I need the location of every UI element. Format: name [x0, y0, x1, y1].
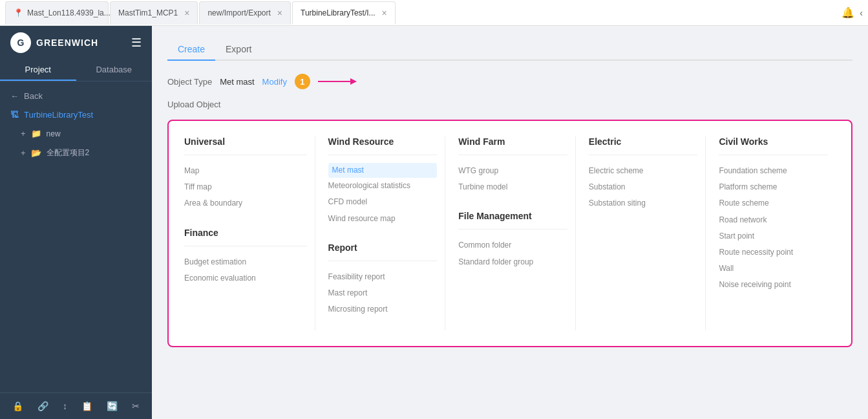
tab-close-button[interactable]: ×: [184, 8, 189, 18]
category-item-map[interactable]: Map: [184, 163, 307, 179]
category-item-foundation-scheme[interactable]: Foundation scheme: [719, 163, 828, 179]
category-item-substation-siting[interactable]: Substation siting: [589, 195, 698, 211]
category-item-micrositing[interactable]: Micrositing report: [328, 301, 438, 317]
divider: [328, 261, 438, 261]
category-title-finance: Finance: [184, 228, 307, 238]
divider: [719, 155, 828, 155]
category-item-standard-folder[interactable]: Standard folder group: [458, 254, 567, 270]
category-item-electric-scheme[interactable]: Electric scheme: [589, 163, 698, 179]
category-item-area-boundary[interactable]: Area & boundary: [184, 195, 307, 211]
category-item-cfd-model[interactable]: CFD model: [328, 194, 438, 210]
tab-bar: 📍 Mast_Lon118.4939_la... × MastTim1_MCP1…: [0, 0, 868, 26]
notification-bell-icon[interactable]: 🔔: [842, 6, 854, 19]
sort-icon[interactable]: ↕: [63, 401, 67, 411]
badge-area: 1: [295, 74, 357, 89]
category-item-feasibility[interactable]: Feasibility report: [328, 269, 438, 285]
refresh-icon[interactable]: 🔄: [107, 401, 118, 411]
tab-mast-lon[interactable]: 📍 Mast_Lon118.4939_la... ×: [5, 1, 109, 25]
category-report: Report Feasibility report Mast report Mi…: [328, 242, 438, 318]
sidebar-tab-list: Project Database: [0, 59, 152, 81]
category-wind-farm: Wind Farm WTG group Turbine model File M…: [445, 136, 575, 330]
tab-close-button[interactable]: ×: [382, 8, 387, 18]
sidebar-item-new[interactable]: + 📁 new: [0, 124, 152, 143]
tab-list: 📍 Mast_Lon118.4939_la... × MastTim1_MCP1…: [5, 1, 842, 25]
tab-turbine-library[interactable]: TurbineLibraryTest/I... ×: [292, 1, 396, 25]
page-tab-list: Create Export: [167, 39, 852, 61]
category-title-wind-farm: Wind Farm: [458, 136, 567, 147]
upload-label: Upload Object: [167, 100, 220, 109]
expand-icon: +: [21, 129, 26, 138]
sidebar-nav: ← Back 🏗 TurbineLibraryTest + 📁 new + 📂 …: [0, 81, 152, 392]
modify-link[interactable]: Modify: [262, 77, 287, 87]
category-file-management: File Management Common folder Standard f…: [458, 211, 567, 270]
tab-label: TurbineLibraryTest/I...: [301, 8, 376, 17]
category-civil-works: Civil Works Foundation scheme Platform s…: [705, 136, 836, 330]
tab-masttim[interactable]: MastTim1_MCP1 ×: [110, 1, 198, 25]
category-item-turbine-model[interactable]: Turbine model: [458, 179, 567, 195]
sidebar-item-qupeizhi[interactable]: + 📂 全配置项目2: [0, 143, 152, 163]
category-wind-resource: Wind Resource Met mast Meteorological st…: [315, 136, 445, 330]
category-item-wind-resource-map[interactable]: Wind resource map: [328, 211, 438, 227]
divider: [184, 246, 307, 246]
building-icon: 🏗: [10, 110, 19, 120]
back-arrow-icon: ←: [10, 91, 19, 101]
category-item-wall[interactable]: Wall: [719, 261, 828, 277]
main-layout: G GREENWICH ☰ Project Database ← Back 🏗 …: [0, 26, 868, 419]
divider: [328, 155, 438, 155]
category-item-economic[interactable]: Economic evaluation: [184, 270, 307, 286]
sidebar-item-label: new: [47, 129, 61, 138]
category-item-noise-receiving[interactable]: Noise receiving point: [719, 277, 828, 293]
page-tab-export[interactable]: Export: [215, 39, 262, 61]
category-item-route-scheme[interactable]: Route scheme: [719, 195, 828, 211]
category-item-met-mast[interactable]: Met mast: [328, 163, 438, 178]
tab-label: Mast_Lon118.4939_la...: [27, 8, 111, 17]
category-title-wind-resource: Wind Resource: [328, 136, 438, 147]
link-icon[interactable]: 🔗: [37, 401, 48, 411]
category-item-mast-report[interactable]: Mast report: [328, 285, 438, 301]
pink-arrow-icon: [318, 77, 357, 86]
category-title-report: Report: [328, 242, 438, 253]
folder-icon: 📂: [31, 148, 41, 158]
category-title-universal: Universal: [184, 136, 307, 147]
sidebar-back-label: Back: [24, 91, 43, 101]
tab-label: MastTim1_MCP1: [118, 8, 178, 17]
divider: [184, 155, 307, 155]
category-item-met-stats[interactable]: Meteorological statistics: [328, 178, 438, 194]
clipboard-icon[interactable]: 📋: [81, 401, 92, 411]
sidebar-item-label: TurbineLibraryTest: [24, 110, 93, 120]
object-type-row: Object Type Met mast Modify 1: [167, 74, 852, 89]
map-pin-icon: 📍: [14, 8, 23, 17]
sidebar-tab-project[interactable]: Project: [0, 59, 76, 81]
hamburger-menu-icon[interactable]: ☰: [131, 36, 142, 50]
category-item-platform-scheme[interactable]: Platform scheme: [719, 179, 828, 195]
step-badge: 1: [295, 74, 310, 89]
logo-icon: G: [10, 32, 31, 53]
page-tab-create[interactable]: Create: [167, 39, 215, 61]
tab-bar-actions: 🔔 ‹: [842, 6, 863, 19]
divider: [458, 229, 567, 230]
scissors-icon[interactable]: ✂: [132, 401, 140, 411]
chevron-left-icon[interactable]: ‹: [860, 8, 863, 18]
category-item-route-necessity[interactable]: Route necessity point: [719, 244, 828, 261]
brand-name: GREENWICH: [36, 38, 98, 48]
category-title-electric: Electric: [589, 136, 698, 147]
sidebar-item-turbine[interactable]: 🏗 TurbineLibraryTest: [0, 105, 152, 124]
category-item-common-folder[interactable]: Common folder: [458, 237, 567, 253]
divider: [589, 155, 698, 155]
category-item-wtg-group[interactable]: WTG group: [458, 163, 567, 179]
category-item-budget[interactable]: Budget estimation: [184, 254, 307, 270]
sidebar-back-button[interactable]: ← Back: [0, 87, 152, 105]
category-universal: Universal Map Tiff map Area & boundary F…: [184, 136, 315, 330]
category-title-file-management: File Management: [458, 211, 567, 221]
sidebar-item-label: 全配置项目2: [47, 147, 90, 158]
category-item-start-point[interactable]: Start point: [719, 228, 828, 244]
category-item-substation[interactable]: Substation: [589, 179, 698, 195]
tab-close-button[interactable]: ×: [277, 8, 282, 18]
category-item-road-network[interactable]: Road network: [719, 212, 828, 228]
lock-icon[interactable]: 🔒: [12, 401, 23, 411]
tab-import-export[interactable]: new/Import/Export ×: [199, 1, 291, 25]
sidebar-tab-database[interactable]: Database: [76, 59, 153, 81]
object-type-value: Met mast: [220, 77, 254, 87]
folder-icon: 📁: [31, 129, 41, 138]
category-item-tiff-map[interactable]: Tiff map: [184, 179, 307, 195]
